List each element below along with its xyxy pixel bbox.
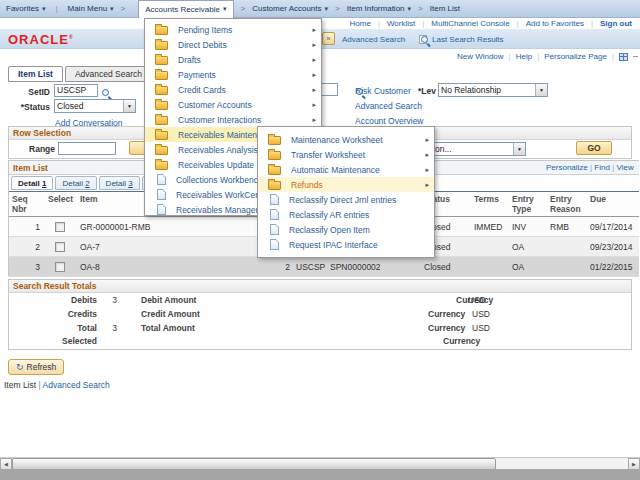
- tab-detail-1[interactable]: Detail 1: [11, 176, 53, 190]
- breadcrumb-label: Favorites: [6, 4, 39, 13]
- submenu-item-reclassify-direct-jrnl-entries[interactable]: Reclassify Direct Jrnl entries: [258, 192, 434, 207]
- menu-item-direct-debits[interactable]: Direct Debits ▸: [145, 37, 321, 52]
- nav-separator: |: [517, 19, 519, 28]
- view-link[interactable]: View: [616, 163, 633, 172]
- breadcrumb-arrow: >: [418, 4, 423, 13]
- advanced-search-link[interactable]: Advanced Search: [355, 101, 422, 111]
- submenu-item-reclassify-open-item[interactable]: Reclassify Open Item: [258, 222, 434, 237]
- menu-item-pending-items[interactable]: Pending Items ▸: [145, 22, 321, 37]
- folder-icon: [155, 131, 168, 140]
- action-go-button[interactable]: GO: [576, 141, 612, 155]
- account-overview-link[interactable]: Account Overview: [355, 116, 424, 126]
- menu-item-payments[interactable]: Payments ▸: [145, 67, 321, 82]
- breadcrumb-separator: |: [55, 4, 57, 13]
- row-select-checkbox[interactable]: [55, 262, 65, 272]
- breadcrumb-favorites[interactable]: Favorites ▾: [6, 4, 45, 13]
- chevron-down-icon: ▼: [123, 100, 135, 112]
- folder-icon: [155, 41, 168, 50]
- totals-count: 3: [101, 295, 117, 305]
- cell-due: 09/23/2014: [587, 237, 639, 257]
- row-select-checkbox[interactable]: [55, 242, 65, 252]
- breadcrumb-customer-accounts[interactable]: Customer Accounts ▾: [252, 4, 328, 13]
- submenu-arrow-icon: ▸: [425, 181, 429, 189]
- refresh-button-label: Refresh: [27, 362, 57, 372]
- new-window-link[interactable]: New Window: [457, 52, 504, 61]
- folder-icon: [268, 166, 281, 175]
- table-row: 3 OA-8 2 USCSP SPN0000002 Closed OA 01/2…: [9, 257, 639, 277]
- submenu-arrow-icon: ▸: [312, 41, 316, 49]
- tab-advanced-search[interactable]: Advanced Search: [65, 66, 152, 82]
- totals-currency-label: Currency: [428, 309, 465, 319]
- row-select-checkbox[interactable]: [55, 222, 65, 232]
- menu-item-drafts[interactable]: Drafts ▸: [145, 52, 321, 67]
- document-icon: [270, 194, 279, 205]
- refresh-button[interactable]: ↻ Refresh: [8, 359, 64, 375]
- menu-item-label: Maintenance Worksheet: [291, 135, 383, 145]
- totals-title: Search Result Totals: [9, 280, 631, 293]
- chevron-down-icon: ▾: [110, 5, 114, 13]
- search-result-totals-groupbox: Search Result Totals Debits 3 Debit Amou…: [8, 279, 632, 350]
- folder-icon: [268, 151, 281, 160]
- status-select[interactable]: Closed ▼: [54, 99, 136, 113]
- search-go-button[interactable]: »: [322, 32, 335, 45]
- cell-line: 2: [263, 257, 293, 277]
- submenu-item-refunds[interactable]: Refunds ▸: [258, 177, 434, 192]
- add-to-favorites-link[interactable]: Add to Favorites: [526, 19, 584, 28]
- find-link[interactable]: Find: [594, 163, 610, 172]
- totals-row-selected: Selected Currency: [9, 336, 631, 348]
- tab-detail-3[interactable]: Detail 3: [99, 176, 140, 190]
- submenu-arrow-icon: ▸: [312, 56, 316, 64]
- range-input[interactable]: [58, 142, 116, 155]
- setid-lookup-icon[interactable]: [102, 89, 112, 99]
- submenu-item-automatic-maintenance[interactable]: Automatic Maintenance ▸: [258, 162, 434, 177]
- cell-terms: [471, 257, 509, 277]
- horizontal-scrollbar[interactable]: ◀ ▶: [0, 457, 640, 469]
- cell-item: OA-7: [77, 237, 263, 257]
- breadcrumb-label: Item Information: [347, 4, 405, 13]
- folder-icon: [155, 101, 168, 110]
- submenu-item-transfer-worksheet[interactable]: Transfer Worksheet ▸: [258, 147, 434, 162]
- totals-row-credits: Credits Credit Amount Currency USD: [9, 309, 631, 321]
- advanced-search-toolbar-link[interactable]: Advanced Search: [342, 35, 405, 44]
- breadcrumb-item-list[interactable]: Item List: [430, 4, 460, 13]
- setid-field[interactable]: USCSP: [54, 84, 98, 97]
- tab-detail-2[interactable]: Detail 2: [55, 176, 96, 190]
- relationship-select[interactable]: No Relationship ▼: [438, 83, 548, 97]
- sign-out-link[interactable]: Sign out: [600, 19, 632, 28]
- chevron-down-icon: ▼: [513, 143, 525, 155]
- tab-item-list[interactable]: Item List: [8, 66, 63, 82]
- cell-entry-type: OA: [509, 237, 547, 257]
- folder-icon: [155, 56, 168, 65]
- submenu-arrow-icon: ▸: [312, 86, 316, 94]
- item-list-footer-link[interactable]: Item List: [4, 380, 36, 390]
- cell-seq: 3: [9, 257, 43, 277]
- status-select-value: Closed: [55, 100, 123, 112]
- breadcrumb-item-information[interactable]: Item Information ▾: [347, 4, 411, 13]
- breadcrumb-main-menu[interactable]: Main Menu ▾: [68, 4, 114, 13]
- personalize-layout-icon[interactable]: [619, 53, 628, 61]
- submenu-item-reclassify-ar-entries[interactable]: Reclassify AR entries: [258, 207, 434, 222]
- personalize-page-link[interactable]: Personalize Page: [544, 52, 607, 61]
- chevron-down-icon: ▾: [325, 5, 329, 13]
- cell-entry-reason: [547, 237, 587, 257]
- breadcrumb-accounts-receivable-open[interactable]: Accounts Receivable ▾: [138, 0, 233, 18]
- multichannel-console-link[interactable]: MultiChannel Console: [431, 19, 509, 28]
- personalize-link[interactable]: Personalize: [546, 163, 588, 172]
- folder-icon: [155, 161, 168, 170]
- last-search-results-link[interactable]: Last Search Results: [432, 35, 504, 44]
- menu-item-credit-cards[interactable]: Credit Cards ▸: [145, 82, 321, 97]
- submenu-item-maintenance-worksheet[interactable]: Maintenance Worksheet ▸: [258, 132, 434, 147]
- submenu-arrow-icon: ▸: [312, 116, 316, 124]
- submenu-item-request-ipac-interface[interactable]: Request IPAC Interface: [258, 237, 434, 252]
- document-icon: [270, 239, 279, 250]
- relationship-select-value: No Relationship: [439, 84, 535, 96]
- folder-icon: [155, 71, 168, 80]
- home-link[interactable]: Home: [350, 19, 371, 28]
- menu-item-label: Reclassify Direct Jrnl entries: [289, 195, 396, 205]
- help-link[interactable]: Help: [516, 52, 532, 61]
- cell-seq: 2: [9, 237, 43, 257]
- menu-item-customer-accounts[interactable]: Customer Accounts ▸: [145, 97, 321, 112]
- advanced-search-footer-link[interactable]: Advanced Search: [43, 380, 110, 390]
- menu-item-customer-interactions[interactable]: Customer Interactions ▸: [145, 112, 321, 127]
- worklist-link[interactable]: Worklist: [387, 19, 415, 28]
